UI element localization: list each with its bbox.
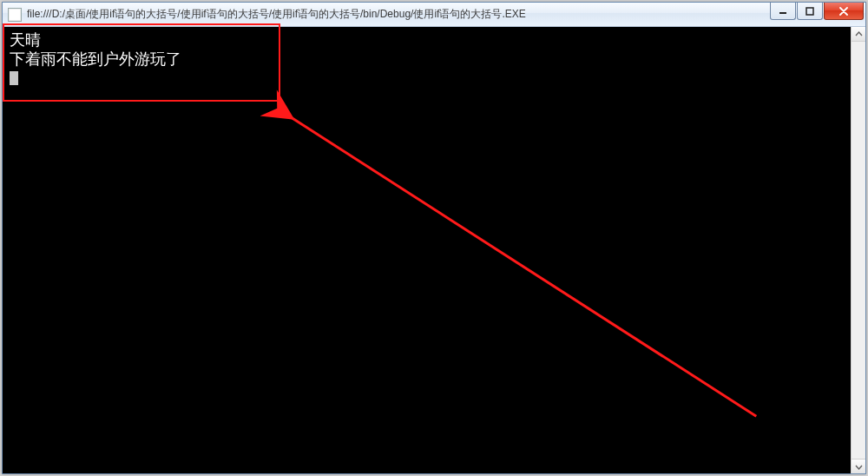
chevron-up-icon — [855, 30, 863, 38]
window-controls — [769, 3, 864, 26]
scroll-up-button[interactable] — [852, 27, 865, 42]
app-icon — [8, 8, 22, 22]
maximize-button[interactable] — [797, 3, 823, 20]
close-button[interactable] — [824, 3, 864, 20]
console-output: 天晴 下着雨不能到户外游玩了 — [10, 30, 181, 88]
cursor-icon — [10, 71, 18, 85]
svg-rect-0 — [779, 12, 786, 14]
chevron-down-icon — [855, 463, 863, 471]
console-line-2: 下着雨不能到户外游玩了 — [10, 50, 181, 68]
minimize-button[interactable] — [770, 3, 796, 20]
console-line-1: 天晴 — [10, 30, 41, 49]
scroll-down-button[interactable] — [852, 459, 865, 473]
minimize-icon — [779, 7, 787, 16]
titlebar[interactable]: file:///D:/桌面/使用if语句的大括号/使用if语句的大括号/使用if… — [3, 3, 865, 27]
window-title: file:///D:/桌面/使用if语句的大括号/使用if语句的大括号/使用if… — [27, 7, 769, 22]
close-icon — [838, 7, 849, 16]
maximize-icon — [806, 7, 814, 16]
app-window: file:///D:/桌面/使用if语句的大括号/使用if语句的大括号/使用if… — [2, 2, 866, 474]
svg-rect-1 — [806, 8, 813, 15]
console-client-area: 天晴 下着雨不能到户外游玩了 — [3, 27, 865, 473]
vertical-scrollbar[interactable] — [851, 27, 865, 473]
